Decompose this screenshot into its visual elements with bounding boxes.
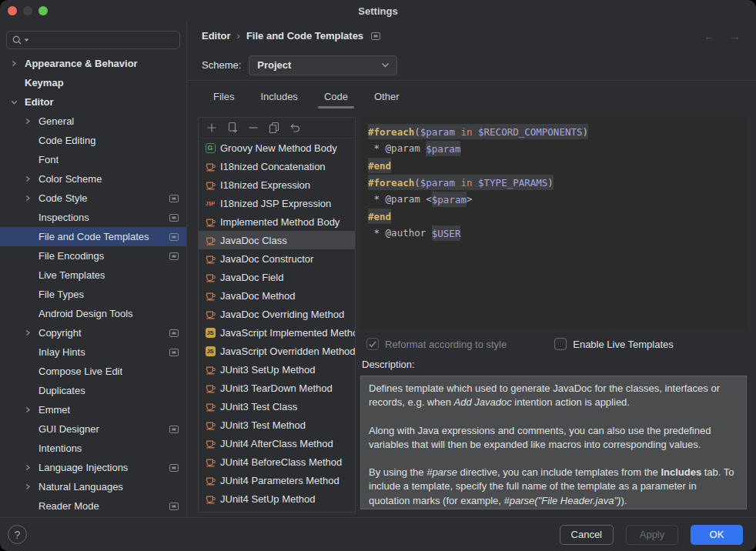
chevron-right-icon[interactable] — [25, 406, 37, 413]
code-line: #end — [368, 208, 739, 225]
sidebar-item-label: Appearance & Behavior — [25, 58, 138, 69]
template-item-javascript-implemented-method[interactable]: JSJavaScript Implemented Method — [199, 323, 355, 342]
chevron-right-icon[interactable] — [25, 329, 37, 336]
template-item-junit3-setup-method[interactable]: JUnit3 SetUp Method — [199, 360, 355, 379]
template-item-label: JavaDoc Method — [220, 290, 296, 302]
chevron-right-icon[interactable] — [25, 483, 37, 490]
template-item-junit4-afterclass-method[interactable]: JUnit4 AfterClass Method — [199, 434, 355, 452]
sidebar-item-inlay-hints[interactable]: Inlay Hints — [0, 342, 186, 362]
java-file-icon — [204, 272, 216, 283]
template-code-editor[interactable]: #foreach($param in $RECORD_COMPONENTS) *… — [360, 117, 747, 330]
close-button[interactable] — [8, 6, 17, 15]
help-button[interactable]: ? — [8, 525, 27, 544]
description-paragraph: By using the #parse directive, you can i… — [369, 466, 738, 508]
chevron-right-icon[interactable] — [25, 175, 37, 182]
template-item-implemented-method-body[interactable]: Implemented Method Body — [199, 212, 355, 231]
zoom-button[interactable] — [38, 6, 48, 15]
template-item-javadoc-method[interactable]: JavaDoc Method — [199, 286, 355, 305]
template-item-i18nized-jsp-expression[interactable]: JSPI18nized JSP Expression — [199, 194, 355, 212]
chevron-right-icon[interactable] — [25, 118, 37, 125]
sidebar-item-color-scheme[interactable]: Color Scheme — [0, 169, 186, 189]
chevron-right-icon[interactable] — [11, 60, 23, 67]
description-panel[interactable]: Defines template which used to generate … — [360, 376, 747, 509]
template-item-junit3-test-method[interactable]: JUnit3 Test Method — [199, 416, 355, 434]
template-item-label: JUnit3 Test Class — [220, 401, 297, 412]
reset-button[interactable] — [289, 122, 301, 134]
template-item-label: JUnit3 SetUp Method — [220, 364, 316, 376]
sidebar-item-appearance-behavior[interactable]: Appearance & Behavior — [0, 54, 186, 73]
template-item-groovy-new-method-body[interactable]: GGroovy New Method Body — [199, 139, 355, 157]
chevron-right-icon[interactable] — [25, 195, 37, 202]
sidebar-item-inspections[interactable]: Inspections — [0, 208, 186, 227]
sidebar-item-copyright[interactable]: Copyright — [0, 323, 186, 342]
apply-button[interactable]: Apply — [626, 525, 678, 545]
tab-includes[interactable]: Includes — [257, 81, 300, 112]
tab-other[interactable]: Other — [371, 81, 403, 112]
chevron-right-icon[interactable] — [25, 464, 37, 471]
template-item-javadoc-constructor[interactable]: JavaDoc Constructor — [199, 249, 355, 268]
sidebar-item-font[interactable]: Font — [0, 150, 186, 169]
template-item-junit4-setup-method[interactable]: JUnit4 SetUp Method — [199, 489, 355, 508]
add-from-template-button[interactable] — [226, 122, 239, 134]
sidebar-item-android-design-tools[interactable]: Android Design Tools — [0, 304, 186, 323]
settings-tree: Appearance & BehaviorKeymapEditorGeneral… — [0, 54, 186, 517]
sidebar-item-file-and-code-templates[interactable]: File and Code Templates — [0, 227, 186, 246]
sidebar-item-keymap[interactable]: Keymap — [0, 73, 186, 92]
sidebar-item-general[interactable]: General — [0, 112, 186, 131]
java-file-icon — [204, 179, 216, 191]
minimize-button[interactable] — [23, 6, 32, 15]
ok-button[interactable]: OK — [691, 525, 743, 545]
add-button[interactable] — [206, 122, 218, 134]
template-item-label: I18nized Concatenation — [220, 161, 326, 172]
template-item-i18nized-expression[interactable]: I18nized Expression — [199, 175, 355, 194]
sidebar-item-natural-languages[interactable]: Natural Languages — [0, 477, 186, 496]
sidebar-item-code-style[interactable]: Code Style — [0, 189, 186, 208]
sidebar-item-language-injections[interactable]: Language Injections — [0, 458, 186, 477]
code-token: ) — [583, 124, 589, 139]
template-item-javadoc-field[interactable]: JavaDoc Field — [199, 268, 355, 286]
sidebar-item-editor[interactable]: Editor — [0, 92, 186, 112]
sidebar-item-label: Language Injections — [38, 462, 128, 473]
tab-files[interactable]: Files — [210, 81, 237, 112]
template-item-javadoc-class[interactable]: JavaDoc Class — [199, 231, 355, 249]
template-item-junit4-beforeclass-method[interactable]: JUnit4 BeforeClass Method — [199, 452, 355, 471]
breadcrumb-item-file-and-code-templates[interactable]: File and Code Templates — [246, 30, 363, 42]
sidebar-item-live-templates[interactable]: Live Templates — [0, 265, 186, 285]
copy-button[interactable] — [268, 122, 280, 134]
template-item-junit3-test-class[interactable]: JUnit3 Test Class — [199, 397, 355, 416]
sidebar-item-file-encodings[interactable]: File Encodings — [0, 246, 186, 265]
scheme-label: Scheme: — [202, 59, 241, 71]
enable-live-templates-checkbox[interactable]: Enable Live Templates — [554, 338, 674, 350]
sidebar-item-intentions[interactable]: Intentions — [0, 439, 186, 458]
sidebar-item-emmet[interactable]: Emmet — [0, 400, 186, 419]
code-token: #end — [368, 158, 391, 173]
sidebar-item-gui-designer[interactable]: GUI Designer — [0, 419, 186, 439]
template-item-junit4-parameters-method[interactable]: JUnit4 Parameters Method — [199, 471, 355, 489]
template-item-junit3-teardown-method[interactable]: JUnit3 TearDown Method — [199, 379, 355, 397]
chevron-down-icon[interactable] — [11, 99, 23, 105]
description-text: ). — [621, 495, 627, 506]
screen-icon — [169, 252, 179, 260]
search-history-arrow-icon[interactable] — [24, 38, 29, 42]
sidebar-item-code-editing[interactable]: Code Editing — [0, 131, 186, 150]
sidebar-item-duplicates[interactable]: Duplicates — [0, 381, 186, 400]
template-item-javadoc-overriding-method[interactable]: JavaDoc Overriding Method — [199, 305, 355, 323]
sidebar-item-file-types[interactable]: File Types — [0, 285, 186, 304]
remove-button[interactable] — [247, 122, 259, 134]
forward-arrow-icon[interactable]: → — [729, 30, 741, 42]
search-input[interactable] — [6, 31, 180, 49]
cancel-button[interactable]: Cancel — [560, 525, 614, 545]
template-item-javascript-overridden-method[interactable]: JSJavaScript Overridden Method — [199, 342, 355, 360]
sidebar-item-label: Inspections — [38, 212, 89, 223]
sidebar-item-compose-live-edit[interactable]: Compose Live Edit — [0, 362, 186, 381]
back-arrow-icon[interactable]: ← — [704, 30, 715, 42]
sidebar-item-label: Android Design Tools — [38, 308, 133, 319]
scheme-select[interactable]: Project — [249, 55, 397, 75]
breadcrumb-item-editor[interactable]: Editor — [202, 30, 231, 42]
reformat-checkbox[interactable]: Reformat according to style — [366, 338, 507, 350]
template-item-i18nized-concatenation[interactable]: I18nized Concatenation — [199, 157, 355, 175]
sidebar-item-reader-mode[interactable]: Reader Mode — [0, 496, 186, 516]
template-item-label: I18nized Expression — [220, 179, 310, 191]
description-text: Along with Java expressions and comments… — [369, 425, 711, 450]
tab-code[interactable]: Code — [321, 81, 351, 112]
